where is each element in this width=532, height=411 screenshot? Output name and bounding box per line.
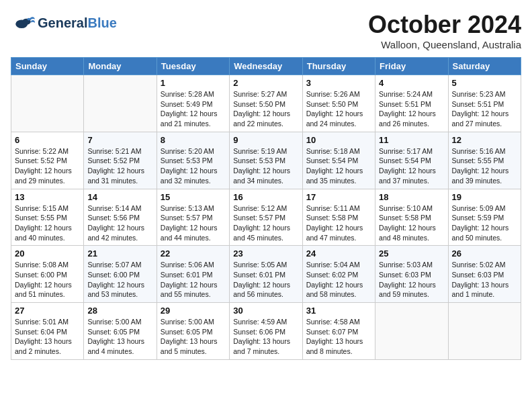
day-number: 12 — [452, 135, 517, 145]
day-info: Sunrise: 5:20 AMSunset: 5:53 PMDaylight:… — [161, 146, 226, 186]
day-info: Sunrise: 5:21 AMSunset: 5:52 PMDaylight:… — [87, 146, 152, 186]
calendar-week-row: 1Sunrise: 5:28 AMSunset: 5:49 PMDaylight… — [11, 75, 521, 132]
day-number: 16 — [233, 192, 298, 202]
day-number: 13 — [15, 192, 80, 202]
calendar-cell: 7Sunrise: 5:21 AMSunset: 5:52 PMDaylight… — [84, 132, 157, 189]
day-info: Sunrise: 5:14 AMSunset: 5:56 PMDaylight:… — [87, 203, 152, 243]
calendar-cell: 3Sunrise: 5:26 AMSunset: 5:50 PMDaylight… — [302, 75, 375, 132]
day-number: 21 — [87, 248, 152, 259]
calendar-cell: 5Sunrise: 5:23 AMSunset: 5:51 PMDaylight… — [448, 75, 521, 132]
day-number: 6 — [15, 135, 80, 145]
calendar-week-row: 13Sunrise: 5:15 AMSunset: 5:55 PMDayligh… — [11, 189, 521, 246]
calendar-cell: 6Sunrise: 5:22 AMSunset: 5:52 PMDaylight… — [11, 132, 84, 189]
calendar-cell — [11, 75, 84, 132]
weekday-header-saturday: Saturday — [448, 58, 521, 75]
day-info: Sunrise: 5:16 AMSunset: 5:55 PMDaylight:… — [452, 146, 517, 186]
day-info: Sunrise: 5:07 AMSunset: 6:00 PMDaylight:… — [87, 260, 152, 300]
calendar-cell: 11Sunrise: 5:17 AMSunset: 5:54 PMDayligh… — [375, 132, 448, 189]
logo-icon — [11, 11, 35, 35]
calendar-cell: 16Sunrise: 5:12 AMSunset: 5:57 PMDayligh… — [230, 189, 302, 246]
calendar-cell: 31Sunrise: 4:58 AMSunset: 6:07 PMDayligh… — [302, 303, 375, 360]
day-number: 17 — [306, 192, 371, 202]
calendar-week-row: 6Sunrise: 5:22 AMSunset: 5:52 PMDaylight… — [11, 132, 521, 189]
calendar-cell — [375, 303, 448, 360]
calendar-cell — [84, 75, 157, 132]
day-info: Sunrise: 5:03 AMSunset: 6:03 PMDaylight:… — [379, 260, 444, 300]
calendar-cell: 1Sunrise: 5:28 AMSunset: 5:49 PMDaylight… — [157, 75, 229, 132]
day-number: 27 — [15, 306, 80, 316]
calendar-cell: 2Sunrise: 5:27 AMSunset: 5:50 PMDaylight… — [230, 75, 302, 132]
day-info: Sunrise: 5:27 AMSunset: 5:50 PMDaylight:… — [233, 89, 298, 129]
logo-text-general: General — [38, 15, 87, 30]
calendar-cell: 19Sunrise: 5:09 AMSunset: 5:59 PMDayligh… — [448, 189, 521, 246]
day-info: Sunrise: 4:58 AMSunset: 6:07 PMDaylight:… — [306, 317, 371, 357]
day-info: Sunrise: 5:06 AMSunset: 6:01 PMDaylight:… — [161, 260, 226, 300]
calendar-cell — [448, 303, 521, 360]
calendar-cell: 18Sunrise: 5:10 AMSunset: 5:58 PMDayligh… — [375, 189, 448, 246]
calendar-cell: 4Sunrise: 5:24 AMSunset: 5:51 PMDaylight… — [375, 75, 448, 132]
day-number: 19 — [452, 192, 517, 202]
calendar-table: SundayMondayTuesdayWednesdayThursdayFrid… — [11, 57, 521, 360]
calendar-week-row: 20Sunrise: 5:08 AMSunset: 6:00 PMDayligh… — [11, 246, 521, 303]
calendar-cell: 23Sunrise: 5:05 AMSunset: 6:01 PMDayligh… — [230, 246, 302, 303]
calendar-cell: 17Sunrise: 5:11 AMSunset: 5:58 PMDayligh… — [302, 189, 375, 246]
day-number: 2 — [233, 78, 298, 88]
calendar-cell: 12Sunrise: 5:16 AMSunset: 5:55 PMDayligh… — [448, 132, 521, 189]
calendar-cell: 27Sunrise: 5:01 AMSunset: 6:04 PMDayligh… — [11, 303, 84, 360]
day-info: Sunrise: 5:00 AMSunset: 6:05 PMDaylight:… — [87, 317, 152, 357]
logo: GeneralBlue — [11, 11, 117, 35]
day-info: Sunrise: 5:04 AMSunset: 6:02 PMDaylight:… — [306, 260, 371, 300]
day-info: Sunrise: 5:11 AMSunset: 5:58 PMDaylight:… — [306, 203, 371, 243]
day-number: 1 — [161, 78, 226, 88]
calendar-cell: 10Sunrise: 5:18 AMSunset: 5:54 PMDayligh… — [302, 132, 375, 189]
calendar-cell: 26Sunrise: 5:02 AMSunset: 6:03 PMDayligh… — [448, 246, 521, 303]
day-info: Sunrise: 5:13 AMSunset: 5:57 PMDaylight:… — [161, 203, 226, 243]
day-number: 18 — [379, 192, 444, 202]
calendar-cell: 30Sunrise: 4:59 AMSunset: 6:06 PMDayligh… — [230, 303, 302, 360]
day-number: 26 — [452, 248, 517, 259]
calendar-cell: 21Sunrise: 5:07 AMSunset: 6:00 PMDayligh… — [84, 246, 157, 303]
calendar-cell: 9Sunrise: 5:19 AMSunset: 5:53 PMDaylight… — [230, 132, 302, 189]
day-info: Sunrise: 5:09 AMSunset: 5:59 PMDaylight:… — [452, 203, 517, 243]
day-number: 5 — [452, 78, 517, 88]
day-info: Sunrise: 5:23 AMSunset: 5:51 PMDaylight:… — [452, 89, 517, 129]
day-number: 22 — [161, 248, 226, 259]
calendar-header-row: SundayMondayTuesdayWednesdayThursdayFrid… — [11, 58, 521, 75]
weekday-header-monday: Monday — [84, 58, 157, 75]
day-number: 28 — [87, 306, 152, 316]
weekday-header-friday: Friday — [375, 58, 448, 75]
svg-point-2 — [27, 18, 30, 21]
day-number: 30 — [233, 306, 298, 316]
day-number: 23 — [233, 248, 298, 259]
month-title: October 2024 — [368, 11, 521, 39]
day-number: 11 — [379, 135, 444, 145]
day-info: Sunrise: 5:02 AMSunset: 6:03 PMDaylight:… — [452, 260, 517, 300]
day-info: Sunrise: 5:10 AMSunset: 5:58 PMDaylight:… — [379, 203, 444, 243]
calendar-cell: 15Sunrise: 5:13 AMSunset: 5:57 PMDayligh… — [157, 189, 229, 246]
logo-text-blue: Blue — [87, 15, 116, 30]
calendar-cell: 28Sunrise: 5:00 AMSunset: 6:05 PMDayligh… — [84, 303, 157, 360]
day-number: 9 — [233, 135, 298, 145]
day-number: 29 — [161, 306, 226, 316]
calendar-cell: 8Sunrise: 5:20 AMSunset: 5:53 PMDaylight… — [157, 132, 229, 189]
calendar-cell: 20Sunrise: 5:08 AMSunset: 6:00 PMDayligh… — [11, 246, 84, 303]
location-subtitle: Walloon, Queensland, Australia — [368, 39, 521, 50]
calendar-cell: 14Sunrise: 5:14 AMSunset: 5:56 PMDayligh… — [84, 189, 157, 246]
weekday-header-sunday: Sunday — [11, 58, 84, 75]
day-number: 15 — [161, 192, 226, 202]
calendar-cell: 13Sunrise: 5:15 AMSunset: 5:55 PMDayligh… — [11, 189, 84, 246]
day-info: Sunrise: 5:00 AMSunset: 6:05 PMDaylight:… — [161, 317, 226, 357]
weekday-header-thursday: Thursday — [302, 58, 375, 75]
day-info: Sunrise: 5:12 AMSunset: 5:57 PMDaylight:… — [233, 203, 298, 243]
day-info: Sunrise: 4:59 AMSunset: 6:06 PMDaylight:… — [233, 317, 298, 357]
day-info: Sunrise: 5:05 AMSunset: 6:01 PMDaylight:… — [233, 260, 298, 300]
day-info: Sunrise: 5:01 AMSunset: 6:04 PMDaylight:… — [15, 317, 80, 357]
page-header: GeneralBlue October 2024 Walloon, Queens… — [11, 11, 521, 50]
day-number: 3 — [306, 78, 371, 88]
day-number: 25 — [379, 248, 444, 259]
calendar-cell: 24Sunrise: 5:04 AMSunset: 6:02 PMDayligh… — [302, 246, 375, 303]
day-number: 31 — [306, 306, 371, 316]
day-info: Sunrise: 5:18 AMSunset: 5:54 PMDaylight:… — [306, 146, 371, 186]
day-info: Sunrise: 5:15 AMSunset: 5:55 PMDaylight:… — [15, 203, 80, 243]
day-info: Sunrise: 5:28 AMSunset: 5:49 PMDaylight:… — [161, 89, 226, 129]
